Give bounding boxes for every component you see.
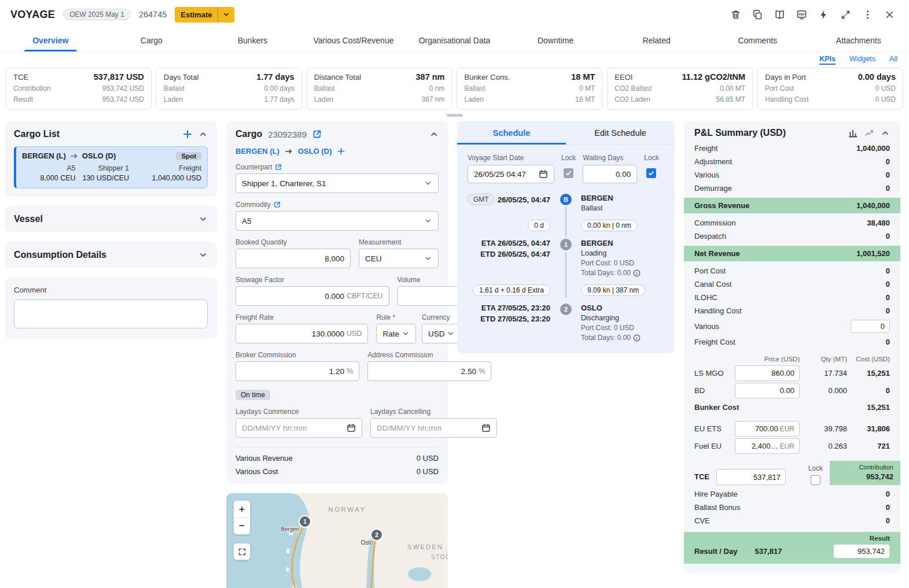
zoom-out-button[interactable]: − xyxy=(234,517,250,534)
rule-select[interactable]: Rate xyxy=(376,324,416,343)
commodity-link-icon[interactable] xyxy=(274,201,281,208)
kpi-sub-label: CO2 Ballast xyxy=(614,83,652,94)
map-marker-bergen[interactable]: 1 xyxy=(299,516,311,527)
measurement-select[interactable]: CEU xyxy=(359,249,439,268)
estimate-label[interactable]: Estimate xyxy=(175,7,218,23)
currency-select[interactable]: USD xyxy=(422,324,462,343)
comment-textarea[interactable] xyxy=(14,299,208,328)
voyage-start-input[interactable] xyxy=(474,170,536,179)
close-button[interactable] xyxy=(880,5,899,24)
tce-input[interactable] xyxy=(722,473,781,482)
euets-price-input[interactable] xyxy=(740,424,778,433)
tab-related[interactable]: Related xyxy=(606,29,707,51)
open-cargo-link-icon[interactable] xyxy=(312,130,322,139)
route-discharge-link[interactable]: OSLO (D) xyxy=(298,147,332,156)
map-fullscreen-button[interactable] xyxy=(233,543,251,560)
tab-bunkers[interactable]: Bunkers xyxy=(202,29,303,51)
bar-chart-icon[interactable] xyxy=(848,128,858,138)
rule-value: Rate xyxy=(382,330,399,338)
collapse-cargo-form-icon[interactable] xyxy=(429,130,439,139)
add-port-button[interactable] xyxy=(337,147,345,156)
line-chart-icon[interactable] xyxy=(864,128,874,138)
origin-marker[interactable]: B xyxy=(560,194,572,205)
map-marker-oslo[interactable]: 2 xyxy=(371,529,382,541)
panel-resize-handle[interactable] xyxy=(447,114,463,117)
waiting-days-field[interactable] xyxy=(583,165,637,183)
info-icon[interactable] xyxy=(633,334,641,342)
route-map[interactable]: NORWAY SWEDEN STOC North Bergen Oslo 1 2 xyxy=(226,493,448,588)
schedule-tabs: Schedule Edit Schedule xyxy=(457,121,675,145)
kpi-link-all[interactable]: All xyxy=(889,55,897,65)
stop1-marker[interactable]: 1 xyxy=(560,239,572,250)
various-cost-input[interactable] xyxy=(856,322,885,331)
tab-organisational-data[interactable]: Organisational Data xyxy=(404,29,505,51)
kpi-title: Days in Port xyxy=(765,73,806,82)
collapse-pnl-icon[interactable] xyxy=(881,128,890,138)
expand-vessel-icon[interactable] xyxy=(198,215,208,224)
tab-edit-schedule[interactable]: Edit Schedule xyxy=(566,121,675,144)
freight-rate-input[interactable] xyxy=(242,330,344,338)
kpi-link-kpis[interactable]: KPIs xyxy=(819,55,836,65)
various-cost-field[interactable] xyxy=(851,320,890,333)
tce-field[interactable] xyxy=(716,469,786,485)
lsmgo-price-field[interactable] xyxy=(735,365,800,381)
laydays-commence-input[interactable] xyxy=(242,424,344,432)
more-button[interactable] xyxy=(858,5,877,24)
copy-button[interactable] xyxy=(748,5,767,24)
broker-commission-input[interactable] xyxy=(242,367,344,376)
report-button[interactable] xyxy=(770,5,789,24)
leg2-speed-distance-badge: 9.09 kn | 387 nm xyxy=(581,284,645,296)
booked-quantity-field[interactable] xyxy=(235,249,351,268)
stowage-factor-field[interactable]: CBFT/CEU xyxy=(235,286,389,306)
calendar-icon[interactable] xyxy=(347,423,356,432)
stowage-factor-input[interactable] xyxy=(242,292,344,301)
timeline-origin-row: GMT 26/05/25, 04:47 B BERGEN Ballast xyxy=(468,194,664,212)
actions-button[interactable] xyxy=(814,5,833,24)
result-field[interactable] xyxy=(833,544,890,559)
bd-price-input[interactable] xyxy=(740,386,794,395)
result-input[interactable] xyxy=(838,547,885,556)
estimate-dropdown[interactable]: Estimate xyxy=(175,7,234,23)
lsmgo-price-input[interactable] xyxy=(740,369,794,378)
voyage-start-field[interactable] xyxy=(468,165,554,183)
tab-downtime[interactable]: Downtime xyxy=(505,29,606,51)
kpi-link-widgets[interactable]: Widgets xyxy=(849,55,875,65)
lock-start-checkbox[interactable] xyxy=(564,168,573,178)
tab-cargo[interactable]: Cargo xyxy=(101,29,203,51)
fueleu-price-field[interactable]: EUR xyxy=(735,438,800,454)
contribution-box: Contribution 953,742 xyxy=(830,461,900,485)
broker-commission-field[interactable]: % xyxy=(235,361,359,381)
counterpart-link-icon[interactable] xyxy=(275,164,282,171)
zoom-in-button[interactable]: + xyxy=(234,501,250,517)
cargo-list-item[interactable]: BERGEN (L) OSLO (D) Spot A5 Shipper 1 Fr… xyxy=(14,146,208,188)
tab-comments[interactable]: Comments xyxy=(707,29,808,51)
expand-consumption-icon[interactable] xyxy=(198,250,208,260)
freight-rate-field[interactable]: USD xyxy=(235,324,368,343)
tab-overview[interactable]: Overview xyxy=(0,29,101,51)
estimate-caret[interactable] xyxy=(218,7,234,23)
expand-button[interactable] xyxy=(836,5,855,24)
delete-button[interactable] xyxy=(726,5,745,24)
info-icon[interactable] xyxy=(633,269,641,277)
lock-waiting-checkbox[interactable] xyxy=(646,168,656,178)
booked-quantity-input[interactable] xyxy=(242,254,344,263)
counterpart-select[interactable]: Shipper 1, Charterer, S1 xyxy=(235,173,439,193)
stop2-marker[interactable]: 2 xyxy=(560,304,572,315)
tab-various-cost-revenue[interactable]: Various Cost/Revenue xyxy=(303,29,404,51)
tab-schedule[interactable]: Schedule xyxy=(457,121,566,144)
laydays-commence-field[interactable] xyxy=(235,418,362,438)
tce-lock-checkbox[interactable] xyxy=(811,475,820,485)
route-load-link[interactable]: BERGEN (L) xyxy=(235,147,279,156)
tab-attachments[interactable]: Attachments xyxy=(808,29,909,51)
commodity-select[interactable]: A5 xyxy=(235,211,439,231)
collapse-cargo-list-icon[interactable] xyxy=(198,130,208,139)
pdf-button[interactable]: PDF xyxy=(792,5,811,24)
euets-price-field[interactable]: EUR xyxy=(735,421,800,437)
demurrage-value: 0 xyxy=(886,184,890,193)
waiting-days-input[interactable] xyxy=(589,170,631,179)
fueleu-price-input[interactable] xyxy=(740,442,778,450)
stop2-activity: Discharging xyxy=(581,314,664,322)
calendar-icon[interactable] xyxy=(539,169,548,179)
bd-price-field[interactable] xyxy=(735,383,800,398)
add-cargo-button[interactable] xyxy=(182,129,193,139)
